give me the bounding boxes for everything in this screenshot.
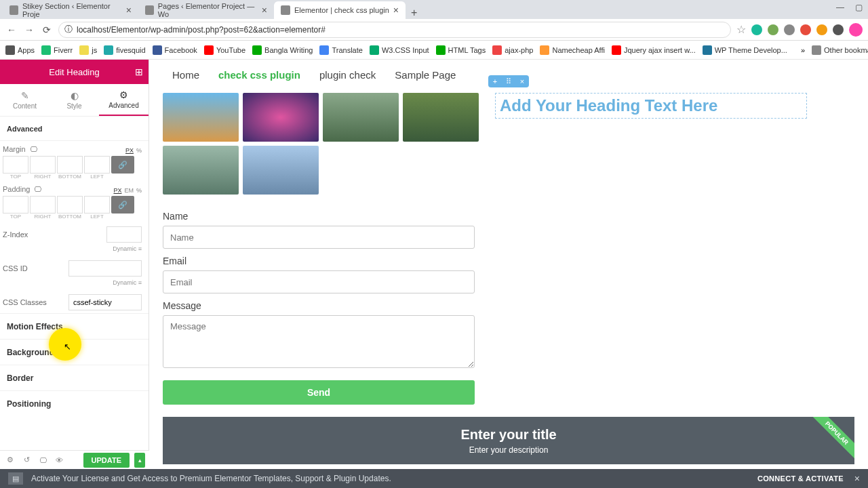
database-icon[interactable]: ≡: [138, 279, 142, 286]
link-values-button[interactable]: 🔗: [111, 156, 134, 174]
forward-icon[interactable]: →: [23, 24, 35, 35]
message-input[interactable]: [163, 315, 475, 368]
tab-advanced[interactable]: ⚙Advanced: [99, 84, 149, 116]
gallery-image[interactable]: [243, 146, 319, 195]
bookmark[interactable]: Fiverr: [41, 45, 73, 55]
reload-icon[interactable]: ⟳: [41, 24, 53, 35]
ext-icon[interactable]: [784, 24, 795, 35]
unit-percent[interactable]: %: [136, 147, 142, 154]
bookmark-overflow[interactable]: »: [801, 46, 805, 54]
unit-percent[interactable]: %: [136, 187, 142, 194]
bookmark[interactable]: Namecheap Affi: [540, 45, 604, 55]
bookmark[interactable]: Translate: [319, 45, 362, 55]
padding-left-input[interactable]: [84, 196, 110, 214]
send-button[interactable]: Send: [163, 380, 475, 405]
margin-right-input[interactable]: [30, 156, 56, 174]
section-advanced[interactable]: Advanced: [0, 117, 149, 141]
nav-item[interactable]: Home: [172, 69, 199, 81]
link-values-button[interactable]: 🔗: [111, 196, 134, 214]
tab-style[interactable]: ◐Style: [50, 84, 99, 116]
nav-item[interactable]: plugin check: [319, 69, 376, 81]
database-icon[interactable]: ≡: [138, 245, 142, 252]
padding-top-input[interactable]: [3, 196, 28, 214]
section-positioning[interactable]: Positioning: [0, 390, 149, 416]
minimize-icon[interactable]: —: [836, 3, 844, 12]
gallery-image[interactable]: [163, 146, 239, 195]
section-border[interactable]: Border: [0, 365, 149, 390]
cssid-input[interactable]: [68, 260, 142, 277]
cssclasses-input[interactable]: [68, 294, 142, 310]
email-input[interactable]: [163, 270, 475, 293]
ext-icon[interactable]: [751, 24, 762, 35]
padding-right-input[interactable]: [30, 196, 56, 214]
zindex-input[interactable]: [106, 226, 142, 243]
browser-tab[interactable]: Elementor | check css plugin×: [274, 1, 406, 19]
ext-icon[interactable]: [833, 24, 844, 35]
back-icon[interactable]: ←: [5, 24, 18, 35]
close-icon[interactable]: ×: [393, 5, 399, 16]
gallery-image[interactable]: [403, 93, 479, 142]
gallery-image[interactable]: [323, 93, 399, 142]
section-motion-effects[interactable]: Motion Effects: [0, 313, 149, 339]
section-background[interactable]: Background: [0, 339, 149, 365]
name-input[interactable]: [163, 226, 475, 249]
panel-title: Edit Heading: [49, 67, 99, 77]
close-icon[interactable]: ×: [854, 473, 860, 484]
add-icon[interactable]: +: [488, 77, 502, 85]
padding-bottom-input[interactable]: [57, 196, 83, 214]
unit-px[interactable]: PX: [125, 147, 134, 154]
heading-widget[interactable]: Add Your Heading Text Here: [495, 93, 807, 119]
maximize-icon[interactable]: ▢: [855, 3, 863, 12]
url-field[interactable]: ⓘ localhost/Elementor/wp-admin/post.php?…: [58, 22, 731, 38]
bookmark[interactable]: W3.CSS Input: [370, 45, 429, 55]
star-icon[interactable]: ☆: [736, 23, 746, 36]
browser-tab[interactable]: Pages ‹ Elementor Project — Wo×: [138, 1, 274, 19]
margin-bottom-input[interactable]: [57, 156, 83, 174]
nav-item[interactable]: check css plugin: [218, 69, 300, 81]
ext-icon[interactable]: [816, 24, 827, 35]
responsive-icon[interactable]: 🖵: [30, 145, 37, 153]
margin-left-input[interactable]: [84, 156, 110, 174]
dynamic-toggle[interactable]: Dynamic: [113, 279, 136, 286]
responsive-icon[interactable]: 🖵: [37, 456, 49, 464]
cssclasses-label: CSS Classes: [3, 298, 64, 306]
widgets-icon[interactable]: ⊞: [135, 66, 143, 77]
margin-top-input[interactable]: [3, 156, 28, 174]
bookmark[interactable]: Bangla Writing: [252, 45, 313, 55]
profile-avatar[interactable]: [849, 23, 863, 37]
new-tab-button[interactable]: +: [406, 7, 422, 19]
nav-item[interactable]: Sample Page: [395, 69, 456, 81]
responsive-icon[interactable]: 🖵: [34, 185, 41, 193]
bookmark[interactable]: YouTube: [204, 45, 245, 55]
bookmark[interactable]: WP Theme Develop...: [703, 45, 787, 55]
gallery-image[interactable]: [163, 93, 239, 142]
bookmark[interactable]: ajax-php: [492, 45, 533, 55]
close-icon[interactable]: ×: [126, 5, 132, 16]
drag-icon[interactable]: ⠿: [502, 77, 515, 86]
gallery-image[interactable]: [243, 93, 319, 142]
bookmark[interactable]: fivesquid: [104, 45, 145, 55]
bookmark[interactable]: Jquery ajax insert w...: [612, 45, 696, 55]
bookmark[interactable]: js: [79, 45, 97, 55]
update-options-button[interactable]: ▴: [134, 453, 145, 468]
bookmark[interactable]: Apps: [5, 45, 35, 55]
connect-activate-button[interactable]: CONNECT & ACTIVATE: [757, 474, 844, 483]
ext-icon[interactable]: [768, 24, 778, 35]
close-icon[interactable]: ×: [515, 77, 529, 85]
dynamic-toggle[interactable]: Dynamic: [113, 245, 136, 252]
info-icon[interactable]: ⓘ: [64, 24, 73, 35]
unit-px[interactable]: PX: [113, 187, 121, 194]
bookmark[interactable]: HTML Tags: [436, 45, 486, 55]
settings-icon[interactable]: ⚙: [4, 455, 16, 464]
close-icon[interactable]: ×: [262, 5, 267, 16]
update-button[interactable]: UPDATE: [83, 453, 130, 468]
history-icon[interactable]: ↺: [20, 455, 33, 464]
bookmark[interactable]: Facebook: [153, 45, 197, 55]
promo-box[interactable]: Enter your title Enter your description …: [163, 417, 854, 464]
tab-content[interactable]: ✎Content: [0, 84, 50, 116]
browser-tab[interactable]: Stikey Section ‹ Elementor Proje×: [3, 1, 138, 19]
preview-icon[interactable]: 👁: [53, 456, 65, 464]
other-bookmarks[interactable]: Other bookma: [812, 45, 868, 55]
unit-em[interactable]: EM: [124, 187, 134, 194]
ext-icon[interactable]: [800, 24, 811, 35]
